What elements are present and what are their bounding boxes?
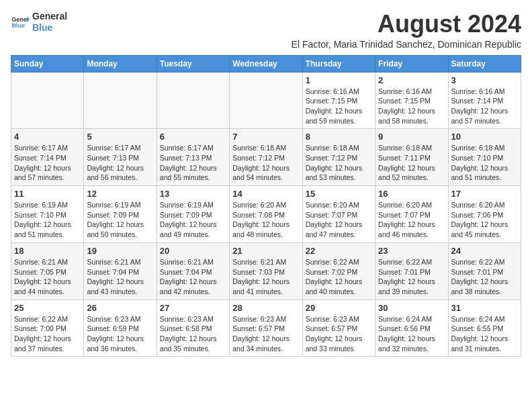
calendar-week-row: 1Sunrise: 6:16 AM Sunset: 7:15 PM Daylig… [11, 72, 521, 129]
calendar-cell: 18Sunrise: 6:21 AM Sunset: 7:05 PM Dayli… [11, 242, 84, 300]
day-number: 10 [451, 132, 518, 142]
calendar-cell: 6Sunrise: 6:17 AM Sunset: 7:13 PM Daylig… [157, 129, 229, 186]
day-number: 24 [451, 246, 518, 256]
day-number: 15 [306, 189, 372, 199]
calendar-cell [11, 72, 84, 129]
day-info: Sunrise: 6:22 AM Sunset: 7:00 PM Dayligh… [14, 314, 81, 354]
day-info: Sunrise: 6:23 AM Sunset: 6:59 PM Dayligh… [87, 314, 153, 354]
calendar-week-row: 18Sunrise: 6:21 AM Sunset: 7:05 PM Dayli… [11, 242, 521, 300]
calendar-cell: 14Sunrise: 6:20 AM Sunset: 7:08 PM Dayli… [230, 186, 302, 243]
calendar-header-tuesday: Tuesday [157, 55, 229, 72]
day-number: 27 [160, 303, 226, 313]
calendar-cell: 27Sunrise: 6:23 AM Sunset: 6:58 PM Dayli… [157, 300, 229, 357]
calendar-cell: 26Sunrise: 6:23 AM Sunset: 6:59 PM Dayli… [84, 300, 157, 357]
calendar-cell: 31Sunrise: 6:24 AM Sunset: 6:55 PM Dayli… [448, 300, 521, 357]
day-number: 9 [378, 132, 445, 142]
day-number: 29 [306, 303, 372, 313]
calendar-table: SundayMondayTuesdayWednesdayThursdayFrid… [11, 55, 521, 357]
day-number: 12 [87, 189, 153, 199]
day-info: Sunrise: 6:21 AM Sunset: 7:05 PM Dayligh… [14, 257, 81, 297]
day-number: 16 [378, 189, 445, 199]
day-info: Sunrise: 6:19 AM Sunset: 7:09 PM Dayligh… [160, 200, 226, 240]
calendar-cell: 16Sunrise: 6:20 AM Sunset: 7:07 PM Dayli… [375, 186, 448, 243]
day-number: 21 [232, 246, 299, 256]
calendar-cell: 7Sunrise: 6:18 AM Sunset: 7:12 PM Daylig… [230, 129, 302, 186]
day-info: Sunrise: 6:23 AM Sunset: 6:58 PM Dayligh… [160, 314, 226, 354]
day-info: Sunrise: 6:16 AM Sunset: 7:15 PM Dayligh… [378, 87, 445, 126]
calendar-cell: 10Sunrise: 6:18 AM Sunset: 7:10 PM Dayli… [448, 129, 521, 186]
calendar-week-row: 11Sunrise: 6:19 AM Sunset: 7:10 PM Dayli… [11, 186, 521, 243]
calendar-cell: 9Sunrise: 6:18 AM Sunset: 7:11 PM Daylig… [375, 129, 448, 186]
day-number: 2 [378, 75, 445, 85]
calendar-cell: 4Sunrise: 6:17 AM Sunset: 7:14 PM Daylig… [11, 129, 84, 186]
logo-text: General Blue [32, 11, 67, 34]
calendar-header-sunday: Sunday [11, 55, 84, 72]
calendar-cell: 28Sunrise: 6:23 AM Sunset: 6:57 PM Dayli… [230, 300, 302, 357]
day-number: 31 [451, 303, 518, 313]
calendar-cell: 25Sunrise: 6:22 AM Sunset: 7:00 PM Dayli… [11, 300, 84, 357]
day-info: Sunrise: 6:18 AM Sunset: 7:12 PM Dayligh… [232, 143, 299, 183]
day-info: Sunrise: 6:19 AM Sunset: 7:09 PM Dayligh… [87, 200, 153, 240]
calendar-cell: 17Sunrise: 6:20 AM Sunset: 7:06 PM Dayli… [448, 186, 521, 243]
day-number: 30 [378, 303, 445, 313]
calendar-cell: 30Sunrise: 6:24 AM Sunset: 6:56 PM Dayli… [375, 300, 448, 357]
day-info: Sunrise: 6:17 AM Sunset: 7:14 PM Dayligh… [14, 143, 81, 183]
calendar-cell: 24Sunrise: 6:22 AM Sunset: 7:01 PM Dayli… [448, 242, 521, 300]
day-number: 17 [451, 189, 518, 199]
calendar-week-row: 4Sunrise: 6:17 AM Sunset: 7:14 PM Daylig… [11, 129, 521, 186]
calendar-cell: 22Sunrise: 6:22 AM Sunset: 7:02 PM Dayli… [302, 242, 375, 300]
day-info: Sunrise: 6:16 AM Sunset: 7:15 PM Dayligh… [306, 87, 372, 126]
calendar-cell: 13Sunrise: 6:19 AM Sunset: 7:09 PM Dayli… [157, 186, 229, 243]
title-section: August 2024 El Factor, Maria Trinidad Sa… [292, 11, 521, 50]
calendar-cell: 29Sunrise: 6:23 AM Sunset: 6:57 PM Dayli… [302, 300, 375, 357]
calendar-cell: 20Sunrise: 6:21 AM Sunset: 7:04 PM Dayli… [157, 242, 229, 300]
calendar-cell: 3Sunrise: 6:16 AM Sunset: 7:14 PM Daylig… [448, 72, 521, 129]
day-info: Sunrise: 6:20 AM Sunset: 7:07 PM Dayligh… [378, 200, 445, 240]
day-info: Sunrise: 6:21 AM Sunset: 7:04 PM Dayligh… [87, 257, 153, 297]
day-number: 3 [451, 75, 518, 85]
day-info: Sunrise: 6:23 AM Sunset: 6:57 PM Dayligh… [232, 314, 299, 354]
calendar-cell [84, 72, 157, 129]
calendar-header-wednesday: Wednesday [230, 55, 302, 72]
day-number: 13 [160, 189, 226, 199]
calendar-header-row: SundayMondayTuesdayWednesdayThursdayFrid… [11, 55, 521, 72]
day-number: 6 [160, 132, 226, 142]
day-info: Sunrise: 6:22 AM Sunset: 7:01 PM Dayligh… [451, 257, 518, 297]
calendar-cell [157, 72, 229, 129]
day-info: Sunrise: 6:19 AM Sunset: 7:10 PM Dayligh… [14, 200, 81, 240]
day-number: 11 [14, 189, 81, 199]
day-number: 1 [306, 75, 372, 85]
svg-text:Blue: Blue [11, 22, 25, 29]
day-number: 20 [160, 246, 226, 256]
day-info: Sunrise: 6:20 AM Sunset: 7:06 PM Dayligh… [451, 200, 518, 240]
day-number: 8 [306, 132, 372, 142]
calendar-cell: 5Sunrise: 6:17 AM Sunset: 7:13 PM Daylig… [84, 129, 157, 186]
calendar-cell: 12Sunrise: 6:19 AM Sunset: 7:09 PM Dayli… [84, 186, 157, 243]
calendar-cell: 1Sunrise: 6:16 AM Sunset: 7:15 PM Daylig… [302, 72, 375, 129]
subtitle: El Factor, Maria Trinidad Sanchez, Domin… [292, 39, 521, 50]
day-number: 26 [87, 303, 153, 313]
calendar-cell: 23Sunrise: 6:22 AM Sunset: 7:01 PM Dayli… [375, 242, 448, 300]
day-number: 5 [87, 132, 153, 142]
day-info: Sunrise: 6:24 AM Sunset: 6:56 PM Dayligh… [378, 314, 445, 354]
day-info: Sunrise: 6:18 AM Sunset: 7:11 PM Dayligh… [378, 143, 445, 183]
calendar-cell: 8Sunrise: 6:18 AM Sunset: 7:12 PM Daylig… [302, 129, 375, 186]
day-number: 25 [14, 303, 81, 313]
day-number: 18 [14, 246, 81, 256]
calendar-header-saturday: Saturday [448, 55, 521, 72]
calendar-week-row: 25Sunrise: 6:22 AM Sunset: 7:00 PM Dayli… [11, 300, 521, 357]
calendar-header-thursday: Thursday [302, 55, 375, 72]
day-info: Sunrise: 6:18 AM Sunset: 7:12 PM Dayligh… [306, 143, 372, 183]
day-info: Sunrise: 6:21 AM Sunset: 7:03 PM Dayligh… [232, 257, 299, 297]
day-number: 22 [306, 246, 372, 256]
calendar-cell: 11Sunrise: 6:19 AM Sunset: 7:10 PM Dayli… [11, 186, 84, 243]
day-number: 4 [14, 132, 81, 142]
day-info: Sunrise: 6:22 AM Sunset: 7:01 PM Dayligh… [378, 257, 445, 297]
calendar-cell: 2Sunrise: 6:16 AM Sunset: 7:15 PM Daylig… [375, 72, 448, 129]
calendar-cell: 15Sunrise: 6:20 AM Sunset: 7:07 PM Dayli… [302, 186, 375, 243]
day-info: Sunrise: 6:17 AM Sunset: 7:13 PM Dayligh… [160, 143, 226, 183]
calendar-cell: 21Sunrise: 6:21 AM Sunset: 7:03 PM Dayli… [230, 242, 302, 300]
day-info: Sunrise: 6:16 AM Sunset: 7:14 PM Dayligh… [451, 87, 518, 126]
calendar-cell [230, 72, 302, 129]
day-info: Sunrise: 6:20 AM Sunset: 7:08 PM Dayligh… [232, 200, 299, 240]
